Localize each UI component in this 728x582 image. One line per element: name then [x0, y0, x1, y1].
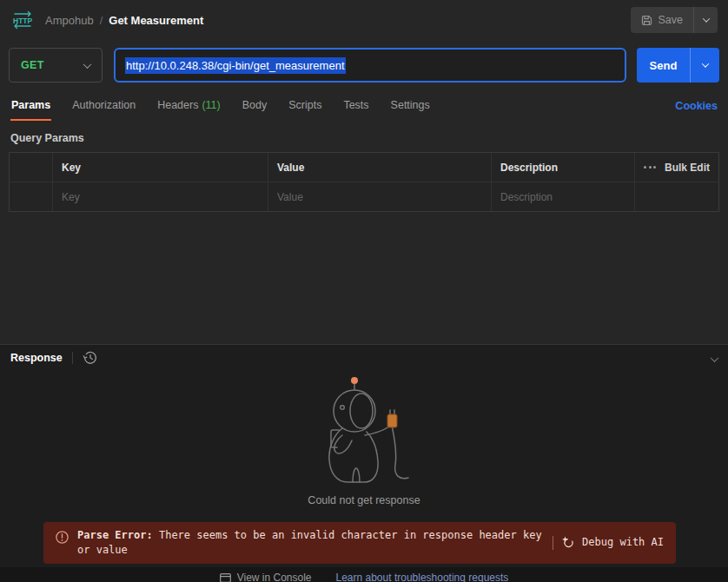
send-button-label: Send	[650, 59, 678, 72]
floppy-disk-icon	[641, 15, 652, 26]
value-input[interactable]: Value	[268, 182, 492, 211]
troubleshooting-help-link[interactable]: Learn about troubleshooting requests	[336, 572, 509, 582]
key-column-header: Key	[53, 153, 268, 182]
alert-circle-icon	[56, 531, 69, 544]
collapse-response-button[interactable]	[711, 350, 718, 366]
tab-params-label: Params	[11, 99, 50, 111]
response-history-icon[interactable]	[83, 350, 98, 366]
tab-body-label: Body	[242, 99, 268, 111]
save-options-button[interactable]	[693, 7, 718, 33]
tab-scripts-label: Scripts	[288, 99, 321, 111]
divider	[553, 536, 553, 550]
response-empty-state: Could not get response	[0, 374, 728, 506]
tab-tests[interactable]: Tests	[342, 92, 369, 121]
debug-with-ai-button[interactable]: Debug with AI	[553, 535, 664, 550]
bulk-edit-button[interactable]: Bulk Edit	[665, 162, 710, 174]
tab-body[interactable]: Body	[242, 92, 268, 121]
response-header: Response	[0, 345, 728, 371]
breadcrumb-workspace[interactable]: Ampohub	[45, 14, 94, 27]
save-button[interactable]: Save	[631, 7, 694, 33]
parse-error-banner: Parse Error: There seems to be an invali…	[43, 522, 676, 564]
tab-scripts[interactable]: Scripts	[288, 92, 322, 121]
request-tabs: Params Authorization Headers(11) Body Sc…	[0, 89, 728, 121]
send-options-button[interactable]	[690, 48, 719, 83]
url-selected-text: http://10.0.248.38/cgi-bin/get_measureme…	[125, 57, 346, 74]
tab-tests-label: Tests	[343, 99, 368, 111]
chevron-down-icon	[83, 60, 92, 69]
send-button-group: Send	[637, 48, 719, 83]
method-select[interactable]: GET	[9, 48, 103, 83]
tab-headers[interactable]: Headers(11)	[156, 92, 222, 121]
empty-state-message: Could not get response	[308, 494, 420, 506]
view-in-console-button[interactable]: View in Console	[220, 572, 312, 582]
query-params-table: Key Value Description Bulk Edit Key Valu…	[9, 152, 719, 212]
divider	[72, 352, 73, 364]
url-text: http://10.0.248.38/cgi-bin/get_measureme…	[125, 59, 346, 72]
breadcrumb-request-name[interactable]: Get Measurement	[109, 14, 203, 27]
select-all-column-header	[10, 153, 53, 182]
cookies-link[interactable]: Cookies	[675, 100, 718, 121]
request-bar: GET http://10.0.248.38/cgi-bin/get_measu…	[0, 40, 728, 83]
response-title: Response	[10, 352, 63, 364]
description-input[interactable]: Description	[492, 182, 635, 211]
chevron-down-icon	[701, 60, 708, 67]
save-button-group: Save	[631, 7, 718, 33]
tab-settings-label: Settings	[391, 99, 430, 111]
tab-authorization-label: Authorization	[72, 99, 136, 111]
tab-authorization[interactable]: Authorization	[71, 92, 136, 121]
chevron-down-icon	[711, 354, 719, 362]
view-in-console-label: View in Console	[237, 572, 312, 582]
svg-text:HTTP: HTTP	[13, 17, 33, 25]
ai-sparkle-icon	[561, 536, 574, 549]
response-pane: Response Co	[0, 344, 728, 582]
http-request-icon: HTTP	[10, 10, 35, 30]
response-footer: View in Console Learn about troubleshoot…	[0, 567, 728, 582]
more-actions-icon[interactable]	[644, 166, 656, 169]
headers-count-badge: (11)	[202, 99, 220, 111]
tab-settings[interactable]: Settings	[390, 92, 431, 121]
breadcrumb-separator: /	[100, 14, 103, 27]
chevron-down-icon	[702, 15, 709, 22]
topbar: HTTP Ampohub / Get Measurement Save	[0, 0, 728, 40]
error-title: Parse Error:	[77, 529, 153, 541]
debug-with-ai-label: Debug with AI	[582, 535, 664, 550]
value-column-header: Value	[268, 153, 492, 182]
error-message: Parse Error: There seems to be an invali…	[77, 528, 553, 558]
tab-headers-label: Headers	[157, 99, 198, 111]
save-button-label: Save	[659, 14, 684, 26]
method-label: GET	[21, 59, 44, 71]
send-button[interactable]: Send	[637, 48, 690, 83]
description-column-header: Description	[492, 153, 635, 182]
console-icon	[220, 573, 231, 582]
url-input[interactable]: http://10.0.248.38/cgi-bin/get_measureme…	[114, 48, 626, 83]
key-input[interactable]: Key	[53, 182, 268, 211]
row-select-cell	[10, 182, 53, 211]
bulk-edit-cell: Bulk Edit	[635, 153, 718, 182]
query-params-title: Query Params	[0, 132, 728, 144]
row-actions-cell	[635, 182, 718, 211]
tab-params[interactable]: Params	[10, 92, 51, 121]
unplugged-astronaut-illustration	[311, 374, 417, 484]
